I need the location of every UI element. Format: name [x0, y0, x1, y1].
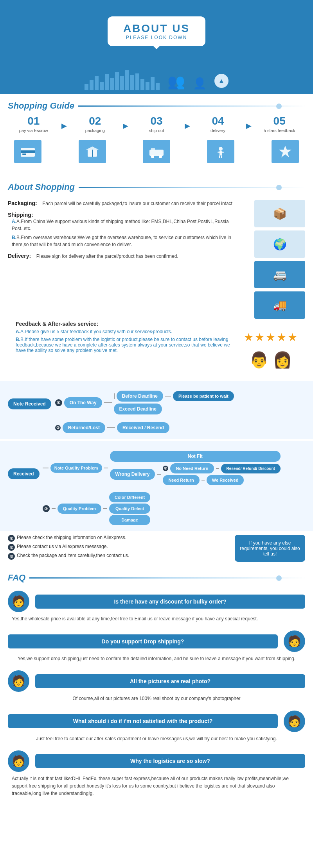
- section-dot-2: [276, 185, 282, 190]
- service-icons: 👨 👩: [249, 351, 292, 369]
- feedback-b: B.B.If there have some problem with the …: [16, 337, 236, 353]
- step-3-label: ship out: [149, 128, 164, 133]
- bar: [85, 84, 88, 90]
- svg-rect-12: [218, 152, 224, 153]
- faq-content: 🧑 Is there have any discount for bulky o…: [0, 587, 313, 809]
- step-5-num: 05: [273, 115, 286, 127]
- faq-5-question: Why the logistics are so slow?: [35, 754, 305, 768]
- before-deadline-box: Before Deadline: [117, 391, 163, 402]
- notes-section: ① Please check the shipping information …: [0, 531, 313, 566]
- faq-2-avatar: 🧑: [284, 630, 305, 652]
- bar: [135, 73, 139, 90]
- note-2-num: ②: [8, 544, 15, 551]
- section-line-3: [29, 577, 305, 579]
- connector-line: [104, 402, 112, 403]
- feedback-right: ★ ★ ★ ★ ★ 👨 👩: [244, 329, 297, 369]
- need-return-box: Need Return: [163, 475, 199, 485]
- svg-marker-4: [86, 146, 99, 150]
- about-content-layout: Packaging: Each parcel will be carefully…: [8, 200, 305, 319]
- svg-rect-1: [21, 150, 35, 153]
- faq-1-avatar: 🧑: [8, 591, 29, 612]
- step-1: 01 pay via Escrow: [10, 115, 57, 133]
- faq-3-question-row: 🧑 All the pictures are real photo?: [8, 670, 305, 692]
- note-quality-branch: Note Quality Problem Not Fit Wrong Deliv…: [43, 451, 281, 485]
- svg-rect-14: [221, 155, 222, 158]
- step-1-icon: [14, 140, 41, 163]
- shipping-a: A.A.From China:We support various kinds …: [12, 218, 248, 232]
- star-3: ★: [266, 331, 275, 344]
- no-need-return-row: ② No Need Return Resend/ Refund/ Discoun…: [163, 463, 281, 473]
- arrow-4: ▶: [246, 121, 252, 130]
- svg-rect-6: [149, 150, 164, 156]
- bubble-sub: PLEASE LOOK DOWN: [123, 35, 190, 40]
- step-4-label: delivery: [210, 128, 225, 133]
- faq-3-answer: Of course,all of our pictures are 100% r…: [8, 695, 305, 702]
- bar: [151, 77, 155, 90]
- steps-numbers-row: 01 pay via Escrow ▶ 02 packaging ▶ 03 sh…: [8, 115, 305, 133]
- before-deadline-row: Before Deadline Please be patient to wai…: [114, 391, 234, 402]
- faq-1-question: Is there have any discount for bulky ord…: [35, 595, 305, 609]
- globe-image: 🌍: [254, 230, 305, 258]
- speech-bubble: ABOUT US PLEASE LOOK DOWN: [108, 16, 205, 46]
- note-3-num: ③: [8, 553, 15, 560]
- step-5: 05 5 stars feedback: [256, 115, 303, 133]
- no-need-return-box: No Need Return: [170, 463, 214, 473]
- faq-4-answer: Just feel free to contact our after-sale…: [8, 735, 305, 743]
- shipping-row: Shipping: A.A.From China:We support vari…: [8, 212, 248, 248]
- step-2-num: 02: [89, 115, 101, 127]
- note-quality-box: Note Quality Problem: [50, 463, 102, 473]
- customer-service-icon-2: 👩: [273, 351, 292, 369]
- bar: [90, 80, 94, 90]
- header-bottom: 👥 👤 ▲: [0, 63, 313, 94]
- step-3: 03 ship out: [133, 115, 180, 133]
- bubble-title: ABOUT US: [123, 22, 190, 35]
- about-shopping-title: About Shopping: [8, 182, 75, 192]
- bar: [115, 72, 119, 90]
- faq-2-question-row: 🧑 Do you support Drop shipping?: [8, 630, 305, 652]
- svg-point-7: [151, 155, 154, 158]
- middle-branches: Note Quality Problem Not Fit Wrong Deliv…: [43, 447, 281, 525]
- need-return-row: Need Return We Received: [163, 475, 281, 485]
- exceed-deadline-box: Exceed Deadline: [114, 404, 162, 414]
- arrow-1: ▶: [61, 121, 67, 130]
- star-5: ★: [288, 331, 297, 344]
- customer-service-icon-1: 👨: [249, 351, 269, 369]
- about-images-column: 📦 🌍 🚐 🚚: [254, 200, 305, 319]
- shopping-guide-header: Shopping Guide: [0, 94, 313, 115]
- svg-rect-13: [219, 155, 220, 158]
- faq-title: FAQ: [8, 573, 25, 583]
- play-button[interactable]: ▲: [214, 74, 228, 88]
- shipping-label: Shipping:: [8, 212, 33, 218]
- faq-1-question-row: 🧑 Is there have any discount for bulky o…: [8, 591, 305, 612]
- faq-5-answer: Actually it is not that fast like:DHL Fe…: [8, 775, 305, 798]
- stars-row: ★ ★ ★ ★ ★: [244, 331, 297, 344]
- step-1-num: 01: [27, 115, 40, 127]
- delivery-label: Delivery:: [8, 253, 31, 259]
- bar-chart: [85, 70, 160, 90]
- circle-2-small: ②: [55, 425, 61, 430]
- star-4: ★: [277, 331, 286, 344]
- circle-2: ②: [163, 466, 168, 471]
- faq-item-2: 🧑 Do you support Drop shipping? Yes,we s…: [8, 630, 305, 663]
- received-box: Received: [8, 468, 40, 479]
- not-fit-box: Not Fit: [110, 451, 281, 462]
- faq-item-3: 🧑 All the pictures are real photo? Of co…: [8, 670, 305, 702]
- please-wait-box: Please be patient to wait: [173, 391, 234, 401]
- about-text-column: Packaging: Each parcel will be carefully…: [8, 200, 248, 319]
- step-5-label: 5 stars feedback: [264, 128, 295, 133]
- received-container: Received: [8, 447, 40, 479]
- faq-4-question-row: 🧑 What should i do if i'm not satisfied …: [8, 711, 305, 732]
- deadline-branches: Before Deadline Please be patient to wai…: [114, 391, 234, 414]
- section-line-2: [79, 187, 305, 188]
- svg-point-10: [219, 147, 223, 151]
- flowchart-1-layout: Note Received ① On The Way Before Deadli: [8, 387, 305, 433]
- step-3-num: 03: [150, 115, 162, 127]
- star-1: ★: [244, 331, 254, 344]
- packaging-row: Packaging: Each parcel will be carefully…: [8, 200, 248, 207]
- flowchart-1-section: Note Received ① On The Way Before Deadli: [0, 381, 313, 439]
- arrow-2: ▶: [123, 121, 128, 130]
- step-2-icon: [79, 140, 106, 163]
- bar: [95, 76, 99, 90]
- faq-5-avatar: 🧑: [8, 750, 29, 772]
- section-line: [78, 105, 305, 107]
